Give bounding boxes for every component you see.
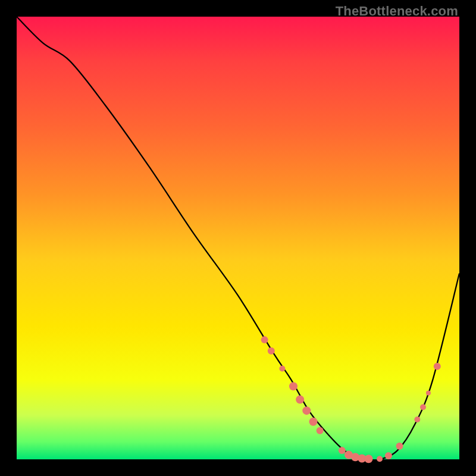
curve-marker — [289, 382, 298, 390]
curve-marker — [364, 455, 372, 463]
curve-marker — [414, 416, 420, 422]
curve-marker — [434, 363, 441, 370]
curve-marker — [339, 447, 346, 454]
curve-marker — [420, 404, 426, 410]
curve-marker — [396, 443, 403, 450]
curve-marker — [261, 336, 268, 343]
curve-marker — [268, 347, 275, 355]
curve-marker — [296, 396, 304, 404]
curve-marker — [317, 427, 324, 434]
curve-marker — [279, 365, 285, 371]
curve-marker — [302, 406, 311, 415]
curve-marker — [426, 390, 431, 395]
bottleneck-curve — [17, 17, 459, 461]
chart-svg — [17, 17, 459, 459]
marker-group — [261, 336, 441, 463]
curve-marker — [377, 456, 383, 462]
curve-marker — [309, 418, 317, 426]
curve-marker — [385, 452, 392, 459]
